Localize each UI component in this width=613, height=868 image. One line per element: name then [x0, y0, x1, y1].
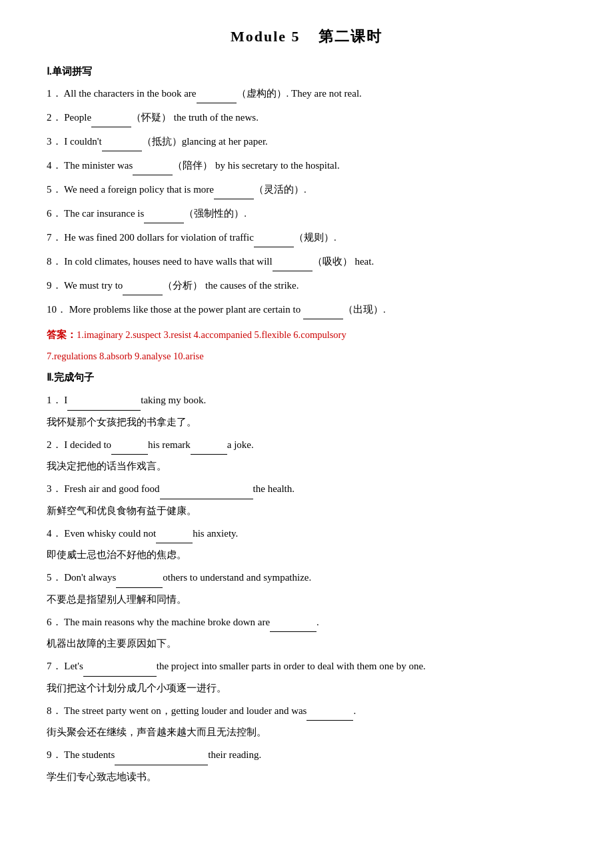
q1-9-hint: （分析） — [163, 280, 203, 291]
q2-2-blank2 — [191, 435, 227, 455]
answer-label: 答案： — [47, 329, 77, 340]
q1-4-post: by his secretary to the hospital. — [213, 160, 339, 171]
q1-9: 9． We must try to （分析） the causes of the… — [40, 277, 573, 295]
q2-4-num: 4． — [47, 528, 62, 539]
section1-questions: 1． All the characters in the book are （虚… — [40, 85, 573, 319]
q1-3-post: glancing at her paper. — [182, 136, 268, 147]
q1-10-blank — [303, 301, 343, 319]
q1-6-pre: The car insurance is — [64, 208, 144, 219]
q1-7-blank — [254, 229, 294, 247]
q1-7-pre: He was fined 200 dollars for violation o… — [64, 232, 254, 243]
section1-header: Ⅰ.单词拼写 — [40, 65, 573, 78]
q2-5-chinese: 不要总是指望别人理解和同情。 — [40, 591, 573, 609]
q1-6-post: . — [244, 208, 247, 219]
q1-6-blank — [144, 205, 184, 223]
q2-1-blank — [67, 391, 141, 411]
section2-header: Ⅱ.完成句子 — [40, 371, 573, 384]
q1-6: 6． The car insurance is （强制性的）. — [40, 205, 573, 223]
q2-4-chinese: 即使威士忌也治不好他的焦虑。 — [40, 546, 573, 564]
q1-10-num: 10． — [47, 304, 67, 315]
q2-5-blank — [116, 568, 163, 588]
q2-3-chinese: 新鲜空气和优良食物有益于健康。 — [40, 502, 573, 520]
q1-9-post: the causes of the strike. — [203, 280, 299, 291]
q1-8-post: heat. — [352, 256, 374, 267]
q2-1: 1． I taking my book. — [40, 391, 573, 411]
q1-10-post: . — [383, 304, 386, 315]
q1-9-num: 9． — [47, 280, 62, 291]
q1-2-pre: People — [64, 112, 91, 123]
q2-7-blank — [83, 657, 157, 677]
q1-2-blank — [91, 109, 131, 127]
q2-2-blank1 — [111, 435, 148, 455]
q2-2-chinese: 我决定把他的话当作戏言。 — [40, 457, 573, 475]
q2-3-num: 3． — [47, 483, 62, 494]
q1-1-hint: （虚构的） — [237, 88, 287, 99]
q1-8-num: 8． — [47, 256, 62, 267]
q1-5-num: 5． — [47, 184, 62, 195]
page-title: Module 5 第二课时 — [40, 27, 573, 47]
q2-8: 8． The street party went on，getting loud… — [40, 701, 573, 721]
q2-6: 6． The main reasons why the machine brok… — [40, 613, 573, 633]
q1-10-hint: （出现） — [343, 304, 383, 315]
q1-10-pre: More problems like those at the power pl… — [69, 304, 303, 315]
q1-3-pre: I couldn't — [64, 136, 101, 147]
q1-4-num: 4． — [47, 160, 62, 171]
q2-7-num: 7． — [47, 661, 62, 671]
q1-5-post: . — [304, 184, 306, 195]
q1-6-num: 6． — [47, 208, 62, 219]
q2-9: 9． The students their reading. — [40, 745, 573, 765]
q2-5-post: others to understand and sympathize. — [163, 572, 311, 583]
q1-7-hint: （规则） — [294, 232, 334, 243]
q2-2-post: a joke. — [227, 439, 254, 450]
q1-2: 2． People （怀疑） the truth of the news. — [40, 109, 573, 127]
q1-2-hint: （怀疑） — [131, 112, 171, 123]
q2-8-pre: The street party went on，getting louder … — [64, 705, 306, 716]
q1-4-hint: （陪伴） — [173, 160, 213, 171]
q1-8-pre: In cold climates, houses need to have wa… — [64, 256, 272, 267]
q2-1-chinese: 我怀疑那个女孩把我的书拿走了。 — [40, 413, 573, 431]
q1-6-hint: （强制性的） — [184, 208, 244, 219]
q2-8-post: . — [353, 705, 356, 716]
q1-9-pre: We must try to — [64, 280, 123, 291]
q2-6-num: 6． — [47, 617, 62, 627]
q2-4-pre: Even whisky could not — [64, 528, 156, 539]
q1-1-pre: All the characters in the book are — [63, 88, 196, 99]
q1-9-blank — [123, 277, 163, 295]
q1-8-blank — [273, 253, 312, 271]
q2-9-blank — [115, 745, 208, 765]
q2-9-post: their reading. — [208, 749, 261, 760]
q2-5-num: 5． — [47, 572, 62, 583]
q1-3-hint: （抵抗） — [142, 136, 182, 147]
q1-5-blank — [214, 181, 254, 199]
q2-9-num: 9． — [47, 749, 62, 760]
q1-5: 5． We need a foreign policy that is more… — [40, 181, 573, 199]
q2-4-post: his anxiety. — [193, 528, 238, 539]
q2-3-blank — [160, 479, 253, 499]
q2-7-chinese: 我们把这个计划分成几个小项逐一进行。 — [40, 679, 573, 697]
q2-9-chinese: 学生们专心致志地读书。 — [40, 768, 573, 786]
q1-8-hint: （吸收） — [312, 256, 352, 267]
q2-7-post: the project into smaller parts in order … — [157, 661, 426, 671]
q2-6-blank — [270, 613, 316, 633]
q1-1-num: 1． — [47, 88, 62, 99]
q2-7: 7． Let's the project into smaller parts … — [40, 657, 573, 677]
answer-line2: 7.regulations 8.absorb 9.analyse 10.aris… — [40, 347, 573, 365]
q2-6-chinese: 机器出故障的主要原因如下。 — [40, 635, 573, 653]
q1-3-num: 3． — [47, 136, 62, 147]
q2-8-blank — [306, 701, 353, 721]
answer-block-1: 答案：1.imaginary 2.suspect 3.resist 4.acco… — [40, 326, 573, 343]
q2-6-pre: The main reasons why the machine broke d… — [64, 617, 270, 627]
q1-4-pre: The minister was — [64, 160, 133, 171]
q1-7-num: 7． — [47, 232, 62, 243]
q2-1-num: 1． — [47, 395, 62, 405]
q2-5: 5． Don't always others to understand and… — [40, 568, 573, 588]
q2-2-num: 2． — [47, 439, 62, 450]
q2-2: 2． I decided to his remark a joke. — [40, 435, 573, 455]
q2-9-pre: The students — [64, 749, 115, 760]
q1-1-blank — [197, 85, 237, 103]
q1-8: 8． In cold climates, houses need to have… — [40, 253, 573, 271]
q2-2-pre: I decided to — [64, 439, 111, 450]
q1-1-post: . They are not real. — [287, 88, 362, 99]
section2-questions: 1． I taking my book. 我怀疑那个女孩把我的书拿走了。 2． … — [40, 391, 573, 786]
q2-7-pre: Let's — [64, 661, 83, 671]
